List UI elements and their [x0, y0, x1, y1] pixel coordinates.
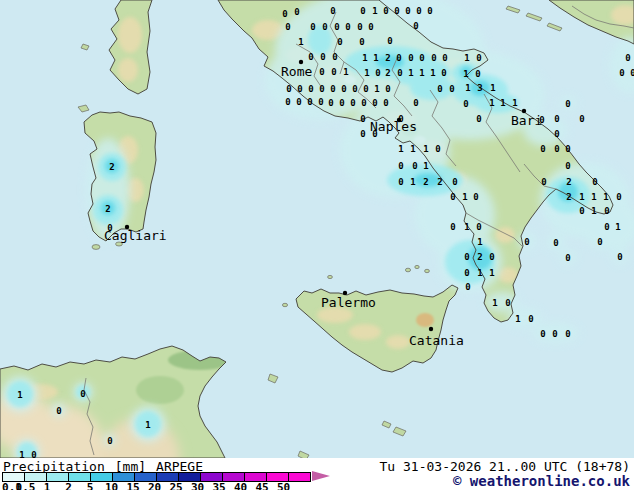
precip-grid-value: 1 [364, 68, 369, 78]
precip-grid-value: 0 [357, 22, 362, 32]
precip-grid-value: 0 [308, 52, 313, 62]
precip-grid-value: 1 [579, 192, 584, 202]
precip-grid-value: 0 [565, 144, 570, 154]
map-canvas[interactable]: 0000100000000000001000000112000001000011… [0, 0, 634, 458]
precip-grid-value: 1 [477, 268, 482, 278]
precip-grid-value: 0 [597, 237, 602, 247]
precip-grid-value: 0 [450, 192, 455, 202]
precip-grid-value: 0 [383, 6, 388, 16]
precip-grid-value: 1 [362, 53, 367, 63]
precip-grid-value: 0 [331, 67, 336, 77]
city-marker-dot [429, 327, 433, 331]
legend-scale-label: 0.5 [16, 481, 36, 490]
precip-grid-value: 0 [473, 192, 478, 202]
precip-grid-value: 2 [385, 68, 390, 78]
legend-scale-segment [69, 473, 91, 481]
precip-grid-value: 1 [398, 144, 403, 154]
precip-grid-value: 2 [423, 177, 428, 187]
precip-grid-value: 0 [360, 114, 365, 124]
precip-grid-value: 0 [505, 298, 510, 308]
precip-grid-value: 1 [515, 314, 520, 324]
precip-grid-value: 0 [341, 84, 346, 94]
precip-grid-value: 0 [540, 144, 545, 154]
precip-grid-value: 2 [437, 177, 442, 187]
weather-map-page: 0000100000000000001000000112000001000011… [0, 0, 634, 490]
precip-grid-value: 2 [566, 192, 571, 202]
precip-grid-value: 0 [565, 329, 570, 339]
legend-scale-segment [179, 473, 201, 481]
precip-grid-value: 0 [308, 84, 313, 94]
precip-grid-value: 1 [500, 98, 505, 108]
precip-grid-value: 0 [475, 69, 480, 79]
legend-scale-label: 35 [212, 481, 225, 490]
legend-scale-label: 2 [65, 481, 72, 490]
precip-grid-value: 0 [619, 68, 624, 78]
precip-grid-value: 0 [307, 97, 312, 107]
precip-grid-value: 0 [339, 98, 344, 108]
copyright-link[interactable]: © weatheronline.co.uk [453, 473, 630, 489]
legend-strip: Precipitation[mm]ARPEGE 0.10.51251015202… [0, 458, 634, 490]
legend-scale-label: 5 [87, 481, 94, 490]
legend-scale-label: 50 [277, 481, 290, 490]
precip-grid-value: 0 [476, 114, 481, 124]
precip-grid-value: 0 [320, 52, 325, 62]
forecast-datetime: Tu 31-03-2026 21..00 UTC (18+78) [380, 459, 630, 474]
precip-grid-value: 1 [512, 98, 517, 108]
precip-grid-value: 1 [430, 68, 435, 78]
precip-grid-value: 0 [285, 97, 290, 107]
precip-grid-value: 0 [452, 177, 457, 187]
precip-grid-value: 0 [398, 161, 403, 171]
city-label: Rome [281, 64, 312, 79]
precip-grid-value: 1 [463, 69, 468, 79]
precip-grid-value: 0 [617, 252, 622, 262]
precip-grid-value: 1 [477, 237, 482, 247]
precip-grid-value: 0 [565, 99, 570, 109]
precip-grid-value: 1 [489, 268, 494, 278]
precip-grid-value: 0 [427, 6, 432, 16]
precip-grid-value: 0 [385, 84, 390, 94]
precip-grid-value: 0 [489, 252, 494, 262]
precipitation-map[interactable]: 0000100000000000001000000112000001000011… [0, 0, 634, 458]
precip-grid-value: 0 [442, 53, 447, 63]
legend-scale-segment [47, 473, 69, 481]
precip-grid-value: 0 [441, 68, 446, 78]
precip-grid-value: 1 [465, 83, 470, 93]
legend-scale-segment [223, 473, 245, 481]
precip-grid-value: 1 [419, 68, 424, 78]
precip-grid-value: 0 [368, 22, 373, 32]
precip-grid-value: 0 [332, 52, 337, 62]
precip-grid-value: 1 [372, 6, 377, 16]
precip-grid-value: 0 [579, 206, 584, 216]
precip-grid-value: 1 [489, 98, 494, 108]
precip-grid-value: 0 [413, 21, 418, 31]
precip-grid-value: 0 [465, 282, 470, 292]
precip-grid-value: 0 [416, 6, 421, 16]
precip-grid-value: 0 [398, 177, 403, 187]
precip-grid-value: 2 [385, 53, 390, 63]
precip-grid-value: 1 [615, 222, 620, 232]
legend-scale-label: 20 [148, 481, 161, 490]
precip-grid-value: 0 [282, 9, 287, 19]
precip-grid-value: 1 [591, 192, 596, 202]
precip-grid-value: 2 [109, 162, 114, 172]
precip-grid-value: 0 [330, 6, 335, 16]
precip-grid-value: 1 [343, 67, 348, 77]
city-label: Catania [409, 333, 464, 348]
precip-grid-value: 0 [397, 68, 402, 78]
precip-grid-value: 0 [405, 6, 410, 16]
city-label: Bari [511, 113, 542, 128]
precip-grid-value: 0 [450, 222, 455, 232]
precip-grid-value: 1 [423, 144, 428, 154]
precip-grid-value: 1 [145, 420, 150, 430]
precip-grid-value: 0 [396, 53, 401, 63]
precip-grid-value: 0 [322, 22, 327, 32]
precip-grid-value: 0 [375, 68, 380, 78]
city-label: Cagliari [104, 228, 167, 243]
legend-scale-label: 40 [234, 481, 247, 490]
precip-grid-value: 1 [464, 222, 469, 232]
precip-grid-value: 0 [286, 84, 291, 94]
precip-grid-value: 0 [360, 6, 365, 16]
precip-grid-value: 0 [431, 53, 436, 63]
precip-grid-value: 1 [298, 37, 303, 47]
legend-scale-segment [25, 473, 47, 481]
